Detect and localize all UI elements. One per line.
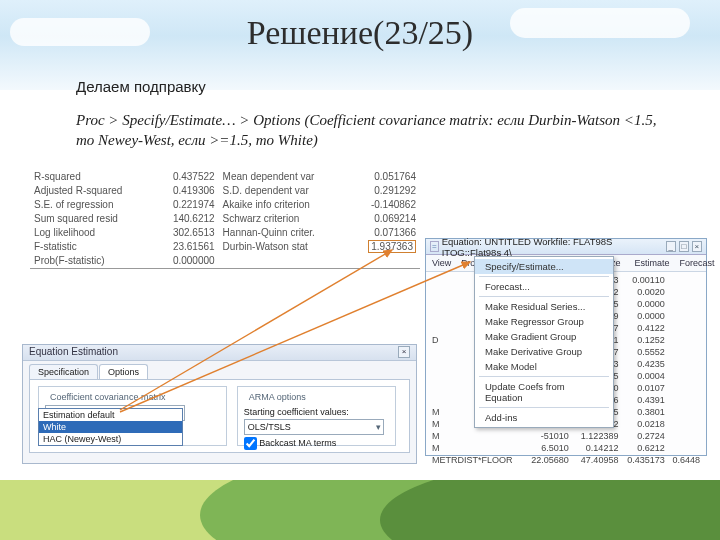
stat-value: 0.071366: [348, 226, 420, 240]
arma-label: Starting coefficient values:: [244, 407, 390, 417]
instruction-text: Proc > Specify/Estimate… > Options (Coef…: [76, 110, 670, 151]
menu-item[interactable]: Add-ins: [475, 410, 613, 425]
stat-value: 0.000000: [154, 254, 218, 269]
footer-hills: [0, 480, 720, 540]
dropdown-option[interactable]: White: [39, 421, 182, 433]
stat-value: [348, 254, 420, 269]
stat-label: Akaike info criterion: [219, 198, 348, 212]
dialog-close-button[interactable]: ×: [398, 346, 410, 358]
dialog-titlebar[interactable]: Equation Estimation ×: [23, 345, 416, 361]
stat-label: Durbin-Watson stat: [219, 240, 348, 254]
toolbar-view[interactable]: View: [429, 257, 454, 269]
minimize-button[interactable]: _: [666, 241, 676, 252]
arma-select[interactable]: OLS/TSLS: [244, 419, 384, 435]
stat-label: Schwarz criterion: [219, 212, 348, 226]
stat-label: S.D. dependent var: [219, 184, 348, 198]
stat-label: Adjusted R-squared: [30, 184, 154, 198]
covariance-dropdown-open: Estimation defaultWhiteHAC (Newey-West): [38, 408, 183, 446]
arma-legend: ARMA options: [246, 392, 309, 402]
stat-label: Sum squared resid: [30, 212, 154, 226]
stat-label: [219, 254, 348, 269]
window-titlebar[interactable]: = Equation: UNTITLED Workfile: FLAT98S I…: [426, 239, 706, 255]
stat-value: 0.437522: [154, 170, 218, 184]
table-row: M-510101.1223890.2724: [430, 430, 702, 442]
table-row: M6.50100.142120.6212: [430, 442, 702, 454]
close-button[interactable]: ×: [692, 241, 702, 252]
equation-icon: =: [430, 241, 439, 252]
stat-label: Log likelihood: [30, 226, 154, 240]
toolbar-forecast[interactable]: Forecast: [676, 257, 717, 269]
proc-dropdown-menu: Specify/Estimate...Forecast...Make Resid…: [474, 256, 614, 428]
stat-value: 0.419306: [154, 184, 218, 198]
table-row: METRDIST*FLOOR22.0568047.409580.4351730.…: [430, 454, 702, 466]
stat-value: 0.051764: [348, 170, 420, 184]
stat-value: 302.6513: [154, 226, 218, 240]
stat-value: 23.61561: [154, 240, 218, 254]
stat-value: -0.140862: [348, 198, 420, 212]
stat-value: 0.069214: [348, 212, 420, 226]
arma-group: ARMA options Starting coefficient values…: [237, 386, 397, 446]
stat-label: Prob(F-statistic): [30, 254, 154, 269]
menu-item[interactable]: Make Regressor Group: [475, 314, 613, 329]
slide-subtitle: Делаем подправку: [76, 78, 206, 95]
stat-label: R-squared: [30, 170, 154, 184]
menu-item[interactable]: Forecast...: [475, 279, 613, 294]
stats-table: R-squared 0.437522 Mean dependent var 0.…: [30, 170, 420, 272]
dropdown-option[interactable]: HAC (Newey-West): [39, 433, 182, 445]
slide-title: Решение(23/25): [0, 14, 720, 52]
stat-label: F-statistic: [30, 240, 154, 254]
menu-item[interactable]: Specify/Estimate...: [475, 259, 613, 274]
stat-label: S.E. of regression: [30, 198, 154, 212]
tab-options[interactable]: Options: [99, 364, 148, 379]
backcast-checkbox[interactable]: Backcast MA terms: [244, 438, 337, 448]
stat-value: 0.291292: [348, 184, 420, 198]
toolbar-estimate[interactable]: Estimate: [631, 257, 672, 269]
dialog-tabs: Specification Options: [23, 361, 416, 379]
window-title: Equation: UNTITLED Workfile: FLAT98S ITO…: [442, 236, 660, 258]
dropdown-option[interactable]: Estimation default: [39, 409, 182, 421]
stat-value: 140.6212: [154, 212, 218, 226]
menu-item[interactable]: Make Model: [475, 359, 613, 374]
menu-item[interactable]: Make Gradient Group: [475, 329, 613, 344]
stat-label: Mean dependent var: [219, 170, 348, 184]
stat-label: Hannan-Quinn criter.: [219, 226, 348, 240]
covariance-legend: Coefficient covariance matrix: [47, 392, 168, 402]
maximize-button[interactable]: □: [679, 241, 689, 252]
tab-specification[interactable]: Specification: [29, 364, 98, 379]
estimation-dialog: Equation Estimation × Specification Opti…: [22, 344, 417, 464]
menu-item[interactable]: Make Residual Series...: [475, 299, 613, 314]
stat-value: 0.221974: [154, 198, 218, 212]
dialog-title: Equation Estimation: [29, 346, 118, 357]
menu-item[interactable]: Update Coefs from Equation: [475, 379, 613, 405]
menu-item[interactable]: Make Derivative Group: [475, 344, 613, 359]
stat-value: 1.937363: [348, 240, 420, 254]
